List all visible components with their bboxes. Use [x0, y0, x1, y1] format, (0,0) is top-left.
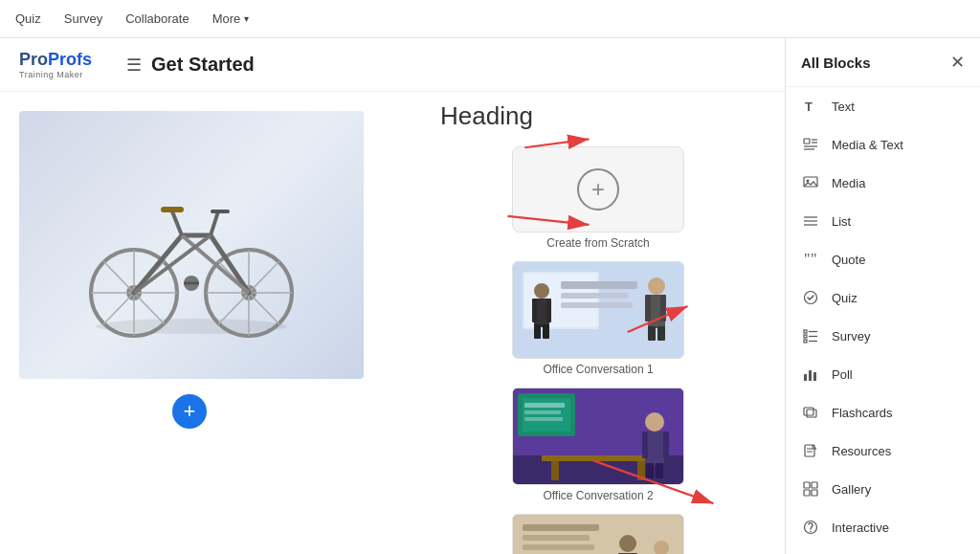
svg-line-20: [211, 211, 218, 235]
svg-rect-108: [804, 482, 810, 488]
right-sidebar: All Blocks ✕ TTextMedia & TextMediaList"…: [785, 38, 980, 554]
svg-rect-49: [542, 455, 657, 461]
content-area: + Heading + Create from Scratch: [0, 92, 785, 554]
page-title: Get Started: [151, 54, 255, 76]
bike-svg: [57, 149, 325, 341]
svg-rect-101: [809, 370, 812, 381]
svg-rect-62: [523, 544, 594, 550]
svg-rect-50: [551, 461, 559, 480]
svg-rect-34: [534, 324, 541, 339]
svg-rect-111: [812, 490, 817, 496]
svg-rect-81: [804, 139, 810, 144]
sidebar-item-text[interactable]: TText: [786, 87, 980, 125]
plus-circle-icon: +: [577, 168, 619, 211]
svg-point-87: [807, 180, 810, 183]
nav-survey[interactable]: Survey: [64, 11, 102, 26]
svg-rect-27: [561, 281, 637, 289]
poll-icon: [801, 365, 820, 384]
office-conversation-3-card[interactable]: [512, 514, 684, 554]
text-icon: T: [801, 97, 820, 116]
nav-quiz[interactable]: Quiz: [15, 11, 41, 26]
svg-rect-51: [637, 461, 645, 480]
sidebar-item-poll[interactable]: Poll: [786, 355, 980, 393]
template-list: + Create from Scratch: [421, 146, 775, 554]
svg-rect-54: [642, 432, 648, 458]
chevron-down-icon: ▾: [244, 13, 249, 24]
svg-text:T: T: [805, 100, 813, 114]
all-blocks-title: All Blocks: [801, 55, 871, 71]
sidebar-item-flashcards-label: Flashcards: [832, 406, 893, 420]
header-area: ProProfs Training Maker ☰ Get Started: [0, 38, 785, 92]
sidebar-item-survey[interactable]: Survey: [786, 317, 980, 355]
svg-rect-48: [524, 417, 563, 421]
svg-text:": ": [804, 252, 811, 267]
svg-rect-39: [660, 295, 666, 321]
sidebar-item-interactive[interactable]: Interactive: [786, 508, 980, 546]
flashcards-icon: [801, 403, 820, 422]
media-icon: [801, 173, 820, 192]
office2-thumbnail: [513, 388, 684, 484]
logo: ProProfs Training Maker: [19, 50, 92, 79]
svg-rect-46: [524, 403, 565, 408]
list-icon: [801, 211, 820, 231]
svg-rect-98: [804, 340, 807, 343]
nav-collaborate[interactable]: Collaborate: [125, 11, 189, 26]
svg-rect-56: [646, 463, 654, 478]
svg-rect-104: [807, 410, 816, 417]
svg-point-30: [534, 283, 549, 299]
sidebar-item-media-label: Media: [832, 176, 865, 190]
sidebar-item-gallery[interactable]: Gallery: [786, 470, 980, 508]
svg-rect-41: [657, 326, 665, 341]
sidebar-item-list[interactable]: List: [786, 202, 980, 240]
quote-icon: "": [801, 250, 820, 269]
svg-rect-47: [524, 410, 561, 414]
svg-rect-19: [161, 207, 184, 212]
sidebar-item-media-text[interactable]: Media & Text: [786, 125, 980, 164]
sidebar-item-list-label: List: [832, 214, 851, 229]
sidebar-item-survey-label: Survey: [832, 329, 870, 343]
svg-rect-40: [648, 326, 656, 341]
close-button[interactable]: ✕: [950, 52, 965, 73]
svg-rect-103: [804, 408, 813, 415]
svg-rect-55: [663, 432, 669, 458]
office3-thumbnail: [513, 515, 684, 554]
sidebar-item-media-text-label: Media & Text: [832, 138, 903, 152]
sidebar-item-scenario[interactable]: Scenario: [786, 546, 980, 554]
svg-rect-60: [523, 524, 599, 531]
office-conversation-2-card[interactable]: [512, 388, 684, 485]
nav-more[interactable]: More ▾: [212, 11, 250, 26]
svg-line-18: [172, 211, 182, 235]
svg-point-63: [619, 535, 636, 552]
sidebar-item-gallery-label: Gallery: [832, 482, 871, 497]
bike-image: [19, 111, 364, 379]
top-nav: Quiz Survey Collaborate More ▾: [0, 0, 980, 38]
svg-rect-109: [812, 482, 817, 488]
add-block-button[interactable]: +: [172, 394, 207, 429]
svg-rect-96: [804, 335, 807, 338]
hamburger-icon[interactable]: ☰: [126, 55, 142, 76]
svg-rect-33: [546, 299, 551, 322]
heading-text: Heading: [421, 101, 775, 131]
logo-profs: Profs: [48, 50, 92, 70]
sidebar-item-resources[interactable]: Resources: [786, 432, 980, 470]
main-layout: ProProfs Training Maker ☰ Get Started: [0, 38, 980, 554]
svg-rect-61: [523, 535, 590, 541]
office-conversation-1-card[interactable]: [512, 261, 684, 359]
svg-rect-29: [561, 302, 633, 308]
create-scratch-label: Create from Scratch: [546, 236, 649, 250]
create-scratch-card[interactable]: +: [512, 146, 684, 233]
interactive-icon: [801, 518, 820, 537]
editor-area: +: [0, 92, 402, 554]
sidebar-item-quote[interactable]: ""Quote: [786, 240, 980, 278]
sidebar-item-quiz[interactable]: Quiz: [786, 278, 980, 317]
office1-label: Office Conversation 1: [543, 363, 653, 376]
left-panel: ProProfs Training Maker ☰ Get Started: [0, 38, 785, 554]
page-title-area: ☰ Get Started: [126, 54, 255, 76]
sidebar-item-flashcards[interactable]: Flashcards: [786, 393, 980, 432]
sidebar-header: All Blocks ✕: [786, 38, 980, 87]
template-wrapper: Heading + Create from Scratch: [402, 92, 785, 554]
sidebar-item-quiz-label: Quiz: [832, 291, 858, 305]
svg-rect-94: [804, 330, 807, 333]
svg-point-52: [645, 412, 664, 432]
sidebar-item-media[interactable]: Media: [786, 164, 980, 202]
